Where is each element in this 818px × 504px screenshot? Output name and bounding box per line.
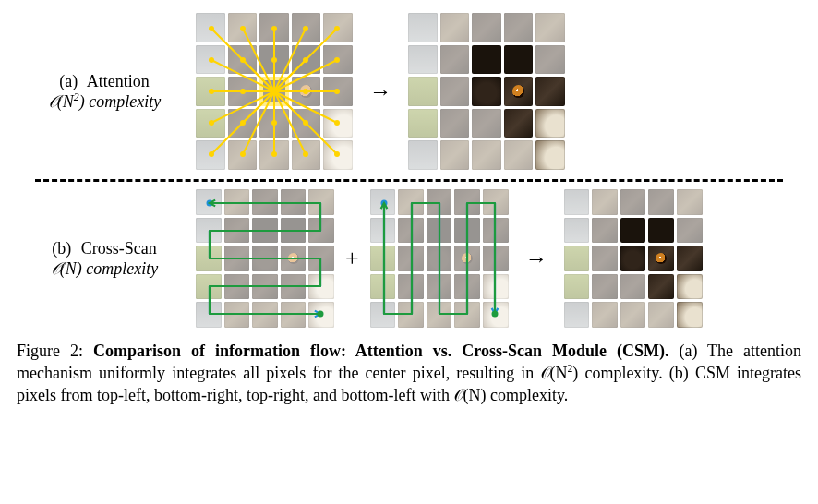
grid-cell [504,77,534,106]
grid-a-left [196,13,353,170]
grid-cell [472,77,501,106]
row-b-grids: + → [192,189,706,328]
grid-cell [252,218,278,244]
grid-cell [252,302,278,328]
grid-cell [535,45,565,75]
grid [408,13,565,170]
grid-cell [564,302,590,328]
grid-cell [398,218,424,244]
grid-cell [370,302,396,328]
grid-cell [398,246,424,271]
grid-cell [370,246,396,271]
arrow-icon: → [525,246,547,271]
grid-cell [308,218,334,244]
grid-cell [408,13,438,42]
grid-cell [427,302,452,328]
grid-cell [370,189,396,215]
grid-cell [398,274,424,300]
grid-cell [592,302,618,328]
row-a-grids: → [192,13,569,170]
grid-cell [648,189,674,215]
grid-cell [308,274,334,300]
grid-cell [592,274,618,300]
grid-cell [224,189,250,215]
grid-cell [228,77,258,106]
caption-label: Figure 2: [17,342,83,360]
grid-cell [196,109,225,138]
grid-cell [370,218,396,244]
arrow-icon: → [369,79,391,104]
grid-cell [535,140,565,170]
grid-cell [677,274,703,300]
grid-cell [504,140,534,170]
grid-cell [592,246,618,271]
grid-cell [224,302,250,328]
grid-cell [564,189,590,215]
grid-cell [535,109,565,138]
row-b-complexity: 𝒪(N) complexity [17,258,192,280]
grid-cell [370,274,396,300]
grid-cell [564,274,590,300]
grid-cell [648,246,674,271]
row-b-tag: (b) [52,238,71,259]
grid-cell [454,302,480,328]
grid [196,13,353,170]
grid-cell [648,274,674,300]
grid [196,189,334,328]
grid-cell [196,189,222,215]
grid-cell [483,246,509,271]
grid-cell [259,140,289,170]
grid-cell [677,218,703,244]
grid-cell [504,45,534,75]
grid-cell [620,218,646,244]
grid-cell [535,13,565,42]
grid-cell [259,109,289,138]
grid-cell [472,45,501,75]
grid-cell [228,140,258,170]
grid-cell [483,302,509,328]
grid-cell [677,302,703,328]
row-b: (b) Cross-Scan 𝒪(N) complexity + → [17,189,801,328]
row-b-label: (b) Cross-Scan 𝒪(N) complexity [17,238,192,280]
grid-cell [281,218,307,244]
plus-icon: + [345,245,359,272]
grid-cell [427,218,452,244]
grid-cell [648,218,674,244]
grid-cell [427,189,452,215]
row-a: (a) Attention 𝒪(N2) complexity → [17,13,801,170]
grid-cell [440,109,470,138]
grid-cell [440,45,470,75]
grid-cell [408,109,438,138]
grid-cell [472,140,501,170]
grid-cell [224,274,250,300]
grid-cell [535,77,565,106]
grid-cell [308,246,334,271]
grid-cell [620,189,646,215]
grid [370,189,509,328]
grid-cell [398,189,424,215]
row-b-title: Cross-Scan [81,239,157,258]
grid-cell [259,45,289,75]
grid-cell [504,109,534,138]
grid-b-2 [370,189,509,328]
grid-cell [292,45,321,75]
grid-a-right [408,13,565,170]
grid-cell [281,302,307,328]
grid-cell [252,189,278,215]
grid-cell [292,13,321,42]
grid-cell [677,189,703,215]
grid-cell [196,218,222,244]
grid-cell [196,77,225,106]
grid-cell [323,109,353,138]
grid-cell [427,246,452,271]
grid-cell [323,77,353,106]
grid-cell [292,77,321,106]
grid-cell [196,302,222,328]
grid-cell [323,140,353,170]
grid-cell [440,77,470,106]
grid-cell [323,45,353,75]
figure-caption: Figure 2: Comparison of information flow… [17,341,801,407]
grid-cell [648,302,674,328]
grid-cell [440,140,470,170]
grid-cell [323,13,353,42]
